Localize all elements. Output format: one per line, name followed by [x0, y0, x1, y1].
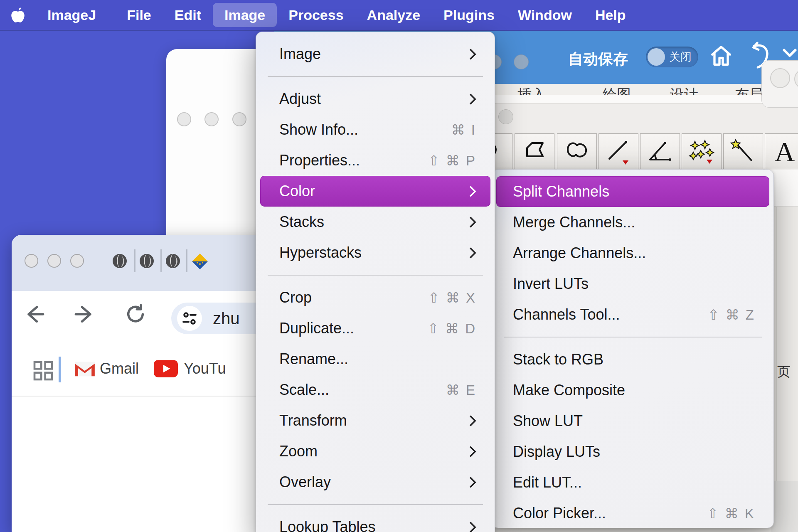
menu-item-label: Stack to RGB [513, 351, 755, 368]
point-tool-button[interactable] [682, 133, 722, 169]
wand-tool-button[interactable] [723, 133, 763, 169]
menubar-item-edit[interactable]: Edit [163, 3, 213, 27]
menubar-item-file[interactable]: File [115, 3, 163, 27]
apple-menu[interactable] [0, 6, 36, 24]
menu-item-transform[interactable]: Transform [260, 405, 490, 436]
menu-item-properties[interactable]: Properties...⇧ ⌘ P [260, 145, 490, 176]
menubar-items: ImageJFileEditImageProcessAnalyzePlugins… [36, 3, 638, 27]
submenu-chevron-icon [465, 446, 476, 457]
menu-item-show-lut[interactable]: Show LUT [496, 406, 769, 436]
traffic-light-minimize[interactable] [47, 254, 61, 268]
ribbon-tab-插入[interactable]: 插入 [517, 85, 546, 95]
menu-item-label: Merge Channels... [513, 214, 755, 231]
menu-item-display-luts[interactable]: Display LUTs [496, 436, 769, 467]
menu-item-adjust[interactable]: Adjust [260, 84, 490, 114]
menu-item-hyperstacks[interactable]: Hyperstacks [260, 237, 490, 268]
menu-separator [268, 275, 483, 276]
page-text-fragment: 页 [777, 363, 791, 381]
submenu-chevron-icon [465, 49, 476, 60]
menu-item-shortcut: ⇧ ⌘ Z [708, 307, 755, 323]
menu-item-invert-luts[interactable]: Invert LUTs [496, 268, 769, 299]
menu-item-label: Scale... [279, 381, 446, 399]
menu-separator [268, 504, 483, 505]
ribbon-tab-绘图[interactable]: 绘图 [603, 85, 631, 95]
panel-button[interactable] [794, 69, 798, 89]
menu-item-overlay[interactable]: Overlay [260, 467, 490, 498]
menubar-item-plugins[interactable]: Plugins [432, 3, 506, 27]
angle-tool-button[interactable] [640, 133, 680, 169]
menubar-item-help[interactable]: Help [584, 3, 638, 27]
menu-item-label: Properties... [279, 152, 428, 169]
window-button[interactable] [498, 109, 513, 124]
menu-item-shortcut: ⌘ E [446, 382, 476, 398]
freehand-tool-icon [564, 138, 590, 165]
line-tool-button[interactable] [598, 133, 638, 169]
menubar-item-window[interactable]: Window [506, 3, 584, 27]
apps-grid-icon[interactable] [32, 359, 55, 382]
menu-item-scale[interactable]: Scale...⌘ E [260, 374, 490, 405]
menu-item-channels-tool[interactable]: Channels Tool...⇧ ⌘ Z [496, 299, 769, 330]
browser-tab-diamond-favicon[interactable] [191, 253, 209, 272]
menu-item-stack-to-rgb[interactable]: Stack to RGB [496, 344, 769, 375]
menu-item-duplicate[interactable]: Duplicate...⇧ ⌘ D [260, 313, 490, 344]
site-settings-chip[interactable] [177, 306, 202, 331]
svg-text:A: A [774, 138, 795, 165]
tab-separator [186, 249, 187, 272]
menubar-item-process[interactable]: Process [277, 3, 355, 27]
color-submenu: Split ChannelsMerge Channels...Arrange C… [492, 169, 774, 528]
menu-item-edit-lut[interactable]: Edit LUT... [496, 467, 769, 498]
menu-item-lookup-tables[interactable]: Lookup Tables [260, 512, 490, 532]
ribbon-tab-布局[interactable]: 布局 [735, 85, 763, 95]
menu-item-label: Show Info... [279, 121, 451, 138]
reload-button[interactable] [125, 303, 146, 325]
tune-icon [182, 310, 197, 326]
autosave-toggle[interactable]: 关闭 [646, 47, 698, 67]
back-button[interactable] [23, 303, 45, 325]
chevron-down-icon[interactable] [782, 48, 797, 58]
forward-button[interactable] [74, 303, 96, 325]
text-tool-button[interactable]: A [765, 133, 798, 169]
browser-tab-globe-favicon[interactable] [165, 253, 181, 271]
window-button[interactable] [204, 112, 219, 126]
menu-item-label: Split Channels [513, 183, 755, 200]
window-button[interactable] [232, 112, 246, 126]
divider [59, 357, 61, 382]
menu-item-show-info[interactable]: Show Info...⌘ I [260, 114, 490, 145]
menu-separator [504, 337, 762, 337]
freehand-tool-button[interactable] [557, 133, 597, 169]
window-button[interactable] [514, 54, 529, 69]
menu-item-label: Rename... [279, 350, 476, 368]
menu-item-color[interactable]: Color [260, 176, 490, 207]
panel-button[interactable] [770, 68, 790, 88]
submenu-chevron-icon [465, 217, 476, 228]
menu-item-crop[interactable]: Crop⇧ ⌘ X [260, 282, 490, 313]
traffic-light-zoom[interactable] [70, 254, 84, 268]
menu-item-arrange-channels[interactable]: Arrange Channels... [496, 238, 769, 268]
submenu-chevron-icon [465, 477, 476, 488]
menu-item-stacks[interactable]: Stacks [260, 207, 490, 237]
ribbon-tab-设计[interactable]: 设计 [670, 85, 698, 95]
traffic-light-close[interactable] [25, 254, 38, 268]
menu-item-split-channels[interactable]: Split Channels [496, 176, 769, 207]
menu-item-label: Make Composite [513, 382, 755, 399]
browser-tab-globe-favicon[interactable] [111, 253, 128, 271]
submenu-chevron-icon [465, 522, 476, 532]
menu-separator [268, 76, 483, 77]
bookmark-label: Gmail [100, 360, 139, 377]
menu-item-make-composite[interactable]: Make Composite [496, 375, 769, 406]
menu-item-label: Arrange Channels... [513, 244, 755, 262]
menu-item-color-picker[interactable]: Color Picker...⇧ ⌘ K [496, 498, 769, 529]
menubar-item-imagej[interactable]: ImageJ [36, 3, 108, 27]
window-button[interactable] [177, 112, 191, 126]
menu-item-shortcut: ⇧ ⌘ P [428, 153, 476, 169]
browser-tab-globe-favicon[interactable] [138, 253, 155, 271]
menu-item-image[interactable]: Image [260, 39, 490, 69]
menu-item-zoom[interactable]: Zoom [260, 436, 490, 467]
menu-item-rename[interactable]: Rename... [260, 344, 490, 374]
menubar-item-analyze[interactable]: Analyze [355, 3, 432, 27]
home-icon[interactable] [708, 42, 734, 69]
angle-tool-icon [647, 138, 673, 165]
menu-item-merge-channels[interactable]: Merge Channels... [496, 207, 769, 238]
menubar-item-image[interactable]: Image [213, 3, 277, 27]
polygon-tool-button[interactable] [515, 133, 554, 169]
